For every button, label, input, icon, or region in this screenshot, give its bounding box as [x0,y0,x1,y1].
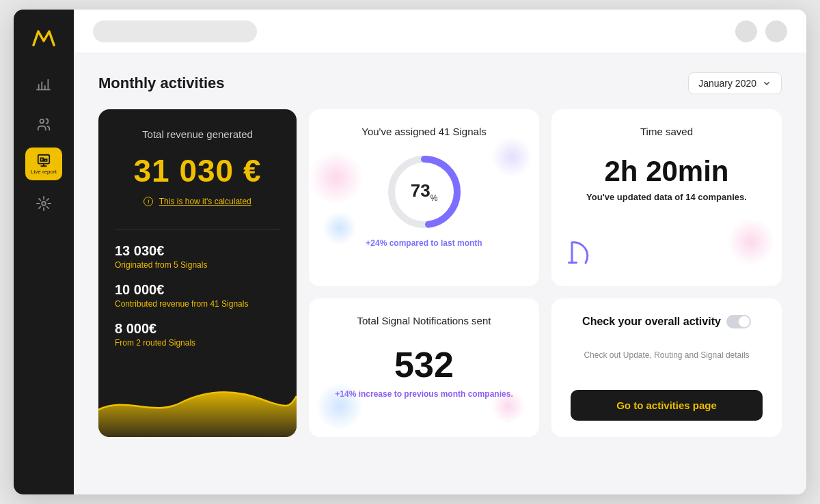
calc-link-text[interactable]: This is how it's calculated [159,197,251,206]
sidebar-item-product[interactable] [25,187,62,220]
revenue-stat-1-amount: 13 030€ [115,243,280,259]
revenue-stat-1: 13 030€ Originated from 5 Signals [115,243,280,270]
topbar-btn-1[interactable] [735,20,757,42]
month-label: January 2020 [698,78,756,89]
sidebar-item-live-report[interactable]: Live report [25,148,62,180]
time-amount: 2h 20min [568,155,765,188]
time-arc [565,229,606,272]
revenue-amount: 31 030 € [115,152,280,189]
live-report-label: Live report [31,169,57,176]
donut-label: 73% [411,180,438,203]
revenue-stat-3-label: From 2 routed Signals [115,338,280,348]
sidebar-item-users[interactable] [25,108,62,141]
notif-title: Total Signal Notifications sent [325,315,523,326]
sidebar-logo [29,22,58,51]
go-to-activities-button[interactable]: Go to activities page [571,390,763,421]
signals-title: You've assigned 41 Signals [325,126,523,137]
time-card: Time saved 2h 20min You've updated data … [551,109,782,286]
revenue-stat-3: 8 000€ From 2 routed Signals [115,321,280,348]
notif-amount: 532 [325,344,523,385]
topbar [74,10,806,53]
chevron-down-icon [762,79,771,88]
activity-title: Check your overall activity [582,316,721,328]
svg-rect-10 [568,262,577,264]
notifications-card: Total Signal Notifications sent 532 +14%… [309,298,539,437]
time-detail: You've updated data of 14 companies. [568,192,765,202]
revenue-calc-link[interactable]: i This is how it's calculated [115,195,280,207]
signals-card: You've assigned 41 Signals 73% +24% comp… [309,109,539,286]
content-header: Monthly activities January 2020 [98,72,782,94]
donut-wrapper: 73% [325,151,523,233]
activity-toggle[interactable] [726,315,751,328]
signals-comparison: +24% compared to last month [325,238,523,248]
content-area: Monthly activities January 2020 Total re… [74,53,806,494]
revenue-title: Total revenue generated [115,128,280,140]
svg-point-7 [42,201,46,206]
revenue-stat-2: 10 000€ Contributed revenue from 41 Sign… [115,282,280,309]
month-selector[interactable]: January 2020 [688,72,782,94]
blob-pink-time [727,218,775,266]
page-title: Monthly activities [98,74,225,92]
time-arc-svg [565,229,606,270]
info-icon: i [144,197,153,206]
svg-point-5 [40,120,44,124]
activity-card: Check your overall activity Check out Up… [551,298,782,437]
cards-grid: Total revenue generated 31 030 € i This … [98,109,782,437]
activity-desc: Check out Update, Routing and Signal det… [584,350,749,360]
revenue-stat-2-label: Contributed revenue from 41 Signals [115,299,280,309]
main-content: Monthly activities January 2020 Total re… [74,10,806,494]
sidebar-item-analytics[interactable] [25,68,62,101]
time-title: Time saved [568,126,765,137]
notif-detail: +14% increase to previous month companie… [325,389,523,399]
activity-header: Check your overall activity [571,315,763,328]
revenue-stat-2-amount: 10 000€ [115,282,280,298]
topbar-btn-2[interactable] [765,20,787,42]
revenue-stat-3-amount: 8 000€ [115,321,280,337]
revenue-stat-1-label: Originated from 5 Signals [115,260,280,270]
revenue-wave [98,355,297,437]
search-bar[interactable] [93,20,257,42]
sidebar: Live report [14,10,74,494]
revenue-card: Total revenue generated 31 030 € i This … [98,109,297,437]
